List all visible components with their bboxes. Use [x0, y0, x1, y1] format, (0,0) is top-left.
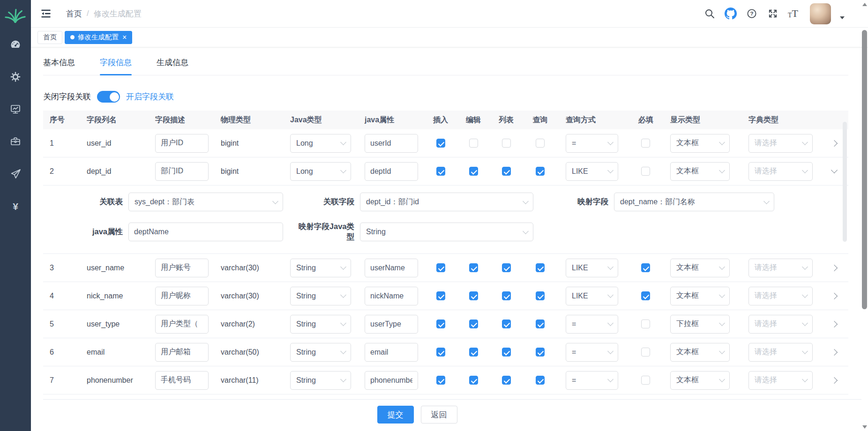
query-checkbox[interactable]: [536, 376, 545, 385]
tag-current-page[interactable]: 修改生成配置 ×: [65, 31, 132, 44]
query-mode-select[interactable]: LIKE: [566, 287, 618, 305]
description-input[interactable]: [155, 315, 209, 334]
expand-row-icon[interactable]: [831, 140, 838, 146]
java-field-input[interactable]: [365, 162, 418, 181]
font-size-icon[interactable]: TT: [788, 8, 798, 19]
sidebar-item-send[interactable]: [9, 168, 22, 180]
required-checkbox[interactable]: [641, 139, 650, 148]
query-mode-select[interactable]: =: [566, 371, 618, 390]
mapped-java-type-select[interactable]: String: [360, 223, 533, 241]
list-checkbox[interactable]: [502, 376, 511, 385]
sidebar-item-settings[interactable]: [9, 71, 22, 83]
required-checkbox[interactable]: [641, 291, 650, 300]
java-type-select[interactable]: String: [290, 343, 351, 362]
description-input[interactable]: [155, 134, 209, 153]
java-type-select[interactable]: String: [290, 315, 351, 334]
edit-checkbox[interactable]: [469, 348, 478, 357]
java-type-select[interactable]: String: [290, 287, 351, 305]
query-mode-select[interactable]: =: [566, 343, 618, 362]
mapped-field-select[interactable]: dept_name：部门名称: [614, 193, 774, 211]
sidebar-item-monitor[interactable]: [9, 103, 22, 115]
description-input[interactable]: [155, 259, 209, 277]
query-checkbox[interactable]: [536, 348, 545, 357]
table-scrollbar-thumb[interactable]: [843, 122, 847, 242]
scrollbar-down-arrow-icon[interactable]: [862, 425, 867, 429]
insert-checkbox[interactable]: [436, 291, 445, 300]
java-type-select[interactable]: String: [290, 371, 351, 390]
search-icon[interactable]: [703, 7, 716, 20]
close-tag-icon[interactable]: ×: [122, 34, 127, 41]
expand-row-icon[interactable]: [831, 320, 838, 327]
back-button[interactable]: 返回: [421, 406, 457, 424]
sidebar-item-finance[interactable]: ¥: [9, 200, 22, 212]
java-field-input[interactable]: [365, 134, 418, 153]
display-type-select[interactable]: 文本框: [670, 287, 730, 305]
edit-checkbox[interactable]: [469, 291, 478, 300]
github-icon[interactable]: [725, 7, 737, 20]
required-checkbox[interactable]: [641, 348, 650, 357]
list-checkbox[interactable]: [502, 291, 511, 300]
query-checkbox[interactable]: [536, 167, 545, 176]
dict-type-select[interactable]: 请选择: [748, 259, 813, 277]
list-checkbox[interactable]: [502, 348, 511, 357]
display-type-select[interactable]: 文本框: [670, 162, 730, 181]
java-type-select[interactable]: String: [290, 259, 351, 277]
query-checkbox[interactable]: [536, 263, 545, 272]
required-checkbox[interactable]: [641, 263, 650, 272]
required-checkbox[interactable]: [641, 167, 650, 176]
menu-fold-icon[interactable]: [40, 7, 52, 20]
related-table-select[interactable]: sys_dept：部门表: [128, 193, 283, 211]
query-mode-select[interactable]: =: [566, 134, 618, 153]
fullscreen-icon[interactable]: [767, 7, 779, 20]
query-mode-select[interactable]: LIKE: [566, 259, 618, 277]
display-type-select[interactable]: 文本框: [670, 343, 730, 362]
expand-row-icon[interactable]: [831, 377, 838, 383]
display-type-select[interactable]: 文本框: [670, 134, 730, 153]
description-input[interactable]: [155, 287, 209, 305]
java-field-input[interactable]: [365, 259, 418, 277]
edit-checkbox[interactable]: [469, 320, 478, 328]
display-type-select[interactable]: 下拉框: [670, 315, 730, 334]
dict-type-select[interactable]: 请选择: [748, 287, 813, 305]
required-checkbox[interactable]: [641, 376, 650, 385]
field-association-toggle[interactable]: [97, 91, 120, 103]
tab-generate-info[interactable]: 生成信息: [157, 57, 188, 75]
scrollbar-up-arrow-icon[interactable]: [862, 3, 867, 6]
java-type-select[interactable]: Long: [290, 162, 351, 181]
expand-row-icon[interactable]: [831, 264, 838, 271]
insert-checkbox[interactable]: [436, 376, 445, 385]
insert-checkbox[interactable]: [436, 167, 445, 176]
help-icon[interactable]: ?: [746, 7, 758, 20]
user-menu-caret-icon[interactable]: [840, 16, 845, 19]
edit-checkbox[interactable]: [469, 263, 478, 272]
description-input[interactable]: [155, 371, 209, 390]
display-type-select[interactable]: 文本框: [670, 259, 730, 277]
dict-type-select[interactable]: 请选择: [748, 134, 813, 153]
insert-checkbox[interactable]: [436, 263, 445, 272]
query-checkbox[interactable]: [536, 291, 545, 300]
breadcrumb-home[interactable]: 首页: [66, 8, 82, 19]
description-input[interactable]: [155, 162, 209, 181]
list-checkbox[interactable]: [502, 139, 511, 148]
insert-checkbox[interactable]: [436, 348, 445, 357]
list-checkbox[interactable]: [502, 263, 511, 272]
tab-field-info[interactable]: 字段信息: [100, 57, 132, 75]
expand-row-icon[interactable]: [831, 292, 838, 299]
query-checkbox[interactable]: [536, 320, 545, 328]
related-field-select[interactable]: dept_id：部门id: [360, 193, 533, 211]
submit-button[interactable]: 提交: [377, 406, 414, 424]
tag-home[interactable]: 首页: [37, 31, 62, 44]
edit-checkbox[interactable]: [469, 376, 478, 385]
expand-row-icon[interactable]: [831, 349, 838, 355]
dict-type-select[interactable]: 请选择: [748, 162, 813, 181]
query-mode-select[interactable]: =: [566, 315, 618, 334]
required-checkbox[interactable]: [641, 320, 650, 328]
tab-basic-info[interactable]: 基本信息: [43, 57, 75, 75]
java-type-select[interactable]: Long: [290, 134, 351, 153]
sidebar-item-dashboard[interactable]: [9, 38, 22, 51]
query-checkbox[interactable]: [536, 139, 545, 148]
dict-type-select[interactable]: 请选择: [748, 315, 813, 334]
java-field-input[interactable]: [365, 287, 418, 305]
list-checkbox[interactable]: [502, 320, 511, 328]
java-field-input[interactable]: [365, 343, 418, 362]
